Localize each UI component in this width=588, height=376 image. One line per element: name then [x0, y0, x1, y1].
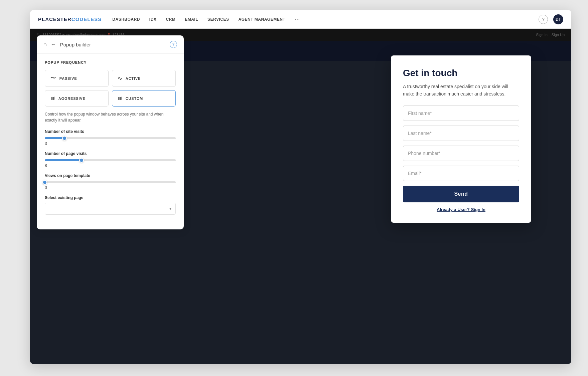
site-visits-fill — [45, 137, 64, 139]
section-title: POPUP FREQUENCY — [45, 60, 176, 64]
brand-codeless: CODELESS — [71, 16, 102, 22]
wave-custom-icon: ≋ — [118, 95, 122, 102]
page-template-thumb[interactable] — [42, 180, 47, 185]
page-template-section: Views on page template 0 — [45, 173, 176, 190]
site-visits-slider-track[interactable] — [45, 137, 176, 139]
nav-dashboard[interactable]: DASHBOARD — [112, 17, 140, 22]
content-area: 📞 3310965S2 ✉ creative@placester.com 📍 1… — [30, 29, 571, 364]
page-visits-slider-track[interactable] — [45, 159, 176, 161]
page-template-slider-track[interactable] — [45, 181, 176, 183]
freq-active-label: ACTIVE — [126, 76, 141, 80]
top-nav: PLACESTER CODELESS DASHBOARD IDX CRM EMA… — [30, 10, 571, 29]
email-input[interactable] — [403, 166, 519, 181]
select-page-box[interactable]: ▾ — [45, 203, 176, 215]
freq-aggressive[interactable]: ≋ AGGRESSIVE — [45, 90, 109, 107]
page-template-value: 0 — [45, 185, 176, 190]
freq-active[interactable]: ∿ ACTIVE — [112, 70, 176, 87]
freq-custom[interactable]: ≋ CUSTOM — [112, 90, 176, 107]
modal-title: Get in touch — [403, 67, 519, 79]
page-visits-thumb[interactable] — [79, 158, 84, 163]
page-visits-section: Number of page visits 8 — [45, 151, 176, 168]
sidebar-help-icon[interactable]: ? — [170, 41, 177, 48]
nav-right: ? DT — [539, 14, 563, 24]
back-icon[interactable]: ← — [51, 41, 56, 47]
wave-active-icon: ∿ — [118, 75, 122, 81]
page-visits-label: Number of page visits — [45, 151, 176, 156]
home-icon[interactable]: ⌂ — [43, 41, 47, 47]
page-visits-value: 8 — [45, 163, 176, 168]
sidebar-title: Popup builder — [60, 42, 166, 47]
page-template-label: Views on page template — [45, 173, 176, 178]
sidebar-panel: ⌂ ← Popup builder ? POPUP FREQUENCY 〜 PA… — [37, 35, 184, 229]
freq-description: Control how the popup window behaves acr… — [45, 111, 176, 123]
site-visits-label: Number of site visits — [45, 129, 176, 134]
send-button[interactable]: Send — [403, 186, 519, 202]
browser-window: PLACESTER CODELESS DASHBOARD IDX CRM EMA… — [30, 10, 571, 364]
modal-signin-link[interactable]: Already a User? Sign In — [403, 207, 519, 212]
brand-placester: PLACESTER — [38, 16, 71, 22]
site-visits-section: Number of site visits 3 — [45, 129, 176, 146]
freq-aggressive-label: AGGRESSIVE — [58, 97, 86, 101]
modal-description: A trustworthy real estate specialist on … — [403, 83, 519, 98]
nav-services[interactable]: SERVICES — [207, 17, 229, 22]
nav-links: DASHBOARD IDX CRM EMAIL SERVICES AGENT M… — [112, 16, 528, 23]
nav-email[interactable]: EMAIL — [185, 17, 198, 22]
site-visits-thumb[interactable] — [62, 136, 67, 141]
freq-options-grid: 〜 PASSIVE ∿ ACTIVE ≋ AGGRESSIVE ≋ CUSTOM — [45, 70, 176, 107]
wave-aggressive-icon: ≋ — [50, 95, 55, 102]
site-visits-value: 3 — [45, 141, 176, 146]
sidebar-body: POPUP FREQUENCY 〜 PASSIVE ∿ ACTIVE ≋ AGG… — [37, 54, 184, 221]
first-name-input[interactable] — [403, 106, 519, 121]
freq-passive-label: PASSIVE — [59, 76, 77, 80]
nav-avatar[interactable]: DT — [553, 14, 563, 24]
freq-custom-label: CUSTOM — [126, 97, 143, 101]
wave-passive-icon: 〜 — [50, 75, 56, 82]
select-page-section: Select existing page ▾ — [45, 195, 176, 215]
nav-idx[interactable]: IDX — [149, 17, 157, 22]
nav-more-dots[interactable]: ··· — [295, 16, 300, 23]
select-page-label: Select existing page — [45, 195, 176, 200]
last-name-input[interactable] — [403, 126, 519, 141]
chevron-down-icon: ▾ — [169, 206, 171, 211]
brand-logo: PLACESTER CODELESS — [38, 16, 102, 22]
sidebar-header: ⌂ ← Popup builder ? — [37, 35, 184, 54]
freq-passive[interactable]: 〜 PASSIVE — [45, 70, 109, 87]
nav-help-icon[interactable]: ? — [539, 15, 548, 24]
phone-input[interactable] — [403, 146, 519, 161]
nav-agent-management[interactable]: AGENT MANAGEMENT — [239, 17, 286, 22]
page-visits-fill — [45, 159, 82, 161]
nav-crm[interactable]: CRM — [166, 17, 175, 22]
modal-popup: Get in touch A trustworthy real estate s… — [391, 55, 531, 223]
